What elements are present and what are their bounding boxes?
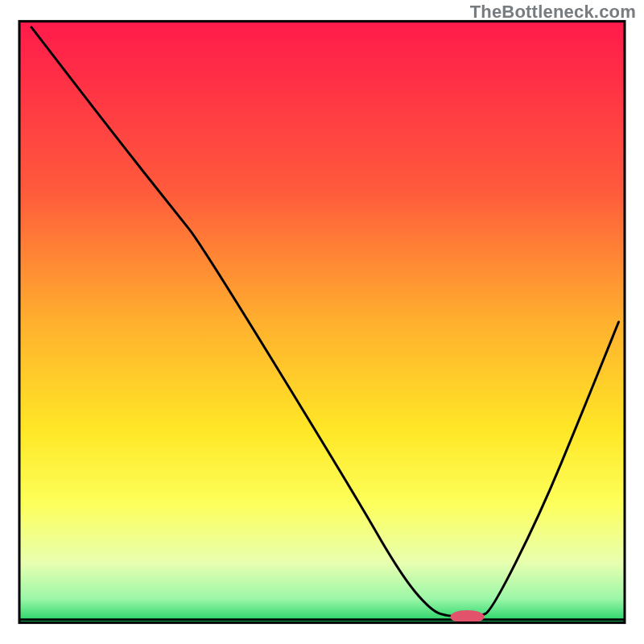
sweet-spot-marker: [450, 610, 484, 623]
gradient-background: [19, 21, 625, 622]
bottleneck-chart: [0, 0, 644, 644]
chart-stage: TheBottleneck.com: [0, 0, 644, 644]
